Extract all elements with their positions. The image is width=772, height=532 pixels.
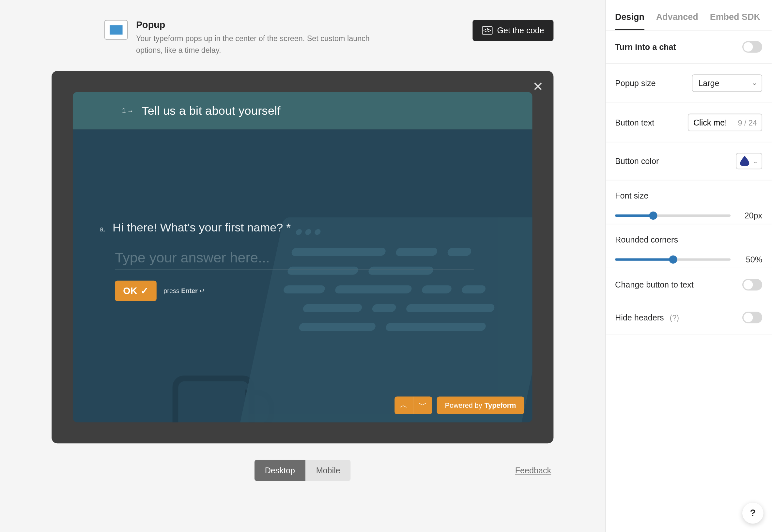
answer-input[interactable] — [115, 246, 474, 270]
option-font-size: Font size 20px — [606, 180, 772, 224]
form-footer: ︿ ﹀ Powered by Typeform — [394, 397, 524, 414]
embed-type-description: Your typeform pops up in the center of t… — [136, 33, 394, 56]
mobile-view-button[interactable]: Mobile — [305, 460, 351, 481]
font-size-slider[interactable] — [615, 214, 731, 217]
desktop-view-button[interactable]: Desktop — [254, 460, 305, 481]
chevron-down-icon: ⌄ — [752, 79, 757, 87]
popup-type-icon — [104, 20, 128, 40]
main-content: Popup Your typeform pops up in the cente… — [0, 0, 605, 532]
color-drop-icon — [740, 156, 750, 166]
hide-headers-toggle[interactable] — [742, 312, 762, 323]
embed-type-title: Popup — [136, 20, 394, 30]
sidebar-tabs: Design Advanced Embed SDK — [606, 0, 772, 30]
check-icon: ✓ — [141, 285, 148, 296]
get-code-label: Get the code — [497, 26, 544, 35]
section-title: Tell us a bit about yourself — [141, 104, 281, 117]
header: Popup Your typeform pops up in the cente… — [0, 0, 605, 56]
option-popup-size: Popup size Large ⌄ — [606, 64, 772, 103]
ok-button[interactable]: OK ✓ — [115, 281, 156, 301]
popup-size-select[interactable]: Large ⌄ — [692, 74, 762, 92]
rounded-corners-slider[interactable] — [615, 258, 731, 260]
option-rounded-corners: Rounded corners 50% — [606, 224, 772, 268]
turn-into-chat-toggle[interactable] — [742, 41, 762, 53]
nav-up-button[interactable]: ︿ — [394, 397, 413, 414]
powered-by-badge[interactable]: Powered by Typeform — [437, 397, 524, 414]
tab-design[interactable]: Design — [615, 12, 645, 30]
button-text-input[interactable] — [693, 118, 732, 127]
get-code-button[interactable]: </> Get the code — [472, 20, 553, 41]
button-text-counter: 9 / 24 — [738, 118, 757, 127]
chevron-down-icon: ⌄ — [753, 157, 758, 165]
nav-buttons: ︿ ﹀ — [394, 397, 432, 414]
option-change-to-text: Change button to text — [606, 268, 772, 301]
option-button-color: Button color ⌄ — [606, 142, 772, 181]
question-area: a. Hi there! What's your first name? * O… — [99, 221, 491, 301]
code-icon: </> — [482, 26, 492, 35]
nav-down-button[interactable]: ﹀ — [413, 397, 432, 414]
question-text: Hi there! What's your first name? * — [112, 221, 291, 234]
option-hide-headers: Hide headers (?) — [606, 301, 772, 334]
arrow-icon: → — [127, 107, 133, 114]
change-to-text-toggle[interactable] — [742, 279, 762, 290]
form-body: a. Hi there! What's your first name? * O… — [73, 129, 532, 422]
preview-frame: ✕ 1 → Tell us a bit about yourself — [52, 71, 553, 443]
help-button[interactable]: ? — [742, 503, 764, 524]
question-letter: a. — [99, 225, 105, 233]
press-enter-hint: press Enter ↵ — [163, 287, 205, 295]
feedback-link[interactable]: Feedback — [515, 466, 551, 475]
form-header: 1 → Tell us a bit about yourself — [73, 92, 532, 129]
question-number: 1 → — [122, 107, 133, 115]
preview-card: 1 → Tell us a bit about yourself — [73, 92, 532, 422]
settings-sidebar: Design Advanced Embed SDK Turn into a ch… — [605, 0, 772, 532]
close-icon[interactable]: ✕ — [532, 79, 543, 95]
view-toggle: Desktop Mobile Feedback — [0, 460, 605, 481]
option-turn-into-chat: Turn into a chat — [606, 30, 772, 64]
tab-advanced[interactable]: Advanced — [656, 12, 698, 30]
button-color-picker[interactable]: ⌄ — [736, 153, 762, 169]
hide-headers-help[interactable]: (?) — [670, 313, 679, 322]
rounded-corners-value: 50% — [739, 255, 762, 264]
tab-embed-sdk[interactable]: Embed SDK — [710, 12, 760, 30]
font-size-value: 20px — [739, 211, 762, 220]
option-button-text: Button text 9 / 24 — [606, 103, 772, 142]
button-text-input-wrap: 9 / 24 — [688, 114, 762, 131]
